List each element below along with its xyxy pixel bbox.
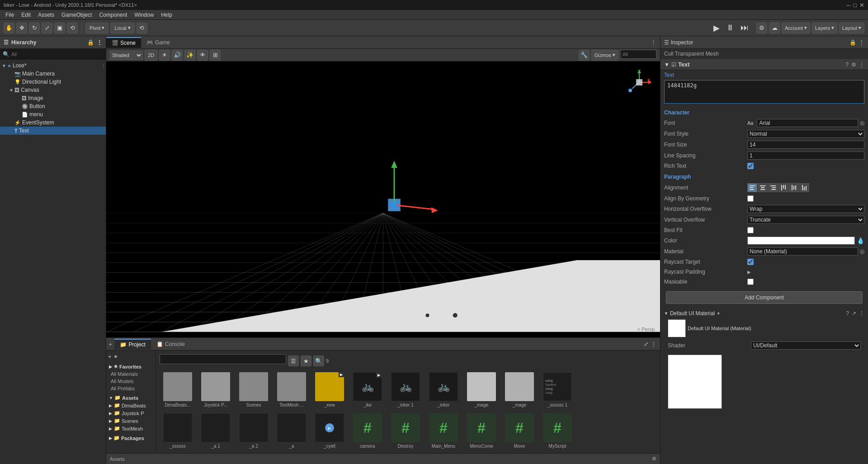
scene-tool-btn[interactable]: 🔧 (579, 50, 590, 61)
asset-main-menu[interactable]: # Main_Menu (425, 412, 462, 451)
all-materials-item[interactable]: All Materials (108, 370, 154, 378)
all-prefabs-item[interactable]: All Prefabs (108, 385, 154, 392)
asset-a1[interactable]: _a 1 (198, 412, 234, 451)
tab-scene[interactable]: 🎬 Scene (106, 37, 141, 48)
gizmos-dropdown[interactable]: Gizmos ▾ (591, 50, 618, 61)
align-bottom-btn[interactable] (799, 183, 809, 192)
component-settings-icon[interactable]: ⚙ (851, 62, 856, 68)
assets-filter-btn[interactable]: 🔍 (313, 355, 324, 366)
tool-move[interactable]: ✥ (16, 23, 27, 33)
scene-effects-toggle[interactable]: ✨ (184, 50, 195, 61)
tree-item-image[interactable]: ▶ 🖼 Image (0, 94, 106, 102)
tab-game[interactable]: 🎮 Game (141, 38, 175, 47)
tool-rect[interactable]: ▣ (54, 23, 65, 33)
menu-component[interactable]: Component (95, 11, 131, 19)
lose-context-icon[interactable]: ⋮ (101, 63, 106, 68)
scene-audio-toggle[interactable]: 🔊 (172, 50, 183, 61)
material-help-icon[interactable]: ? (846, 310, 849, 317)
rich-text-checkbox[interactable] (747, 163, 754, 169)
font-size-input[interactable] (747, 141, 864, 149)
hierarchy-lock-icon[interactable]: 🔒 (87, 39, 94, 46)
font-style-select[interactable]: Normal Bold Italic Bold Italic (747, 130, 864, 138)
assets-search-input[interactable] (160, 354, 286, 364)
2d-toggle[interactable]: 2D (145, 50, 157, 61)
bottom-expand-icon[interactable]: ⤢ (644, 341, 648, 347)
folder-joystick[interactable]: ▶ 📁 Joystick P (108, 409, 154, 417)
asset-mage2[interactable]: _mage (501, 370, 538, 410)
add-component-button[interactable]: Add Component (666, 291, 863, 304)
material-input[interactable] (747, 247, 858, 256)
window-controls[interactable]: ─ □ ✕ (846, 2, 864, 9)
pivot-btn[interactable]: Pivot ▾ (85, 23, 108, 33)
layout-dropdown[interactable]: Layout ▾ (839, 23, 864, 33)
menu-file[interactable]: File (2, 11, 18, 19)
maximize-btn[interactable]: □ (853, 2, 857, 9)
asset-joystick-folder[interactable]: Joystick P... (198, 370, 234, 410)
asset-textmesh-folder[interactable]: TextMesh ... (274, 370, 310, 410)
asset-sssss1[interactable]: using System; using Unity _ssssss 1 (539, 370, 576, 410)
menu-window[interactable]: Window (131, 11, 157, 19)
component-checkbox[interactable]: ☑ (671, 62, 676, 68)
color-eyedropper-icon[interactable]: 💧 (857, 237, 864, 244)
packages-header[interactable]: ▶ 📁 Packages (108, 434, 154, 442)
component-menu-icon[interactable]: ⋮ (859, 62, 864, 68)
asset-camera[interactable]: # camera (349, 412, 386, 451)
menu-assets[interactable]: Assets (34, 11, 58, 19)
line-spacing-input[interactable] (747, 152, 864, 160)
align-middle-btn[interactable] (789, 183, 799, 192)
layers-dropdown[interactable]: Layers ▾ (812, 23, 837, 33)
assets-star-btn[interactable]: ★ (301, 355, 311, 366)
asset-ike[interactable]: ▶ 🚲 _ike (349, 370, 386, 410)
scene-search-input[interactable] (620, 50, 656, 59)
asset-a2[interactable]: _a 2 (236, 412, 272, 451)
asset-scenes-folder[interactable]: Scenes (236, 370, 272, 410)
tree-item-directional-light[interactable]: ▶ 💡 Directional Light (0, 78, 106, 86)
tree-item-event-system[interactable]: ▶ ⚡ EventSystem (0, 118, 106, 127)
step-button[interactable]: ⏭ (738, 23, 751, 33)
project-settings-icon[interactable]: ⚙ (652, 456, 656, 462)
asset-move[interactable]: # Move (501, 412, 538, 451)
material-target-icon[interactable]: ◎ (860, 248, 864, 255)
material-menu-icon[interactable]: ⋮ (859, 310, 864, 317)
font-input[interactable] (757, 119, 858, 127)
align-top-btn[interactable] (778, 183, 788, 192)
align-left-btn[interactable] (747, 183, 757, 192)
maskable-checkbox[interactable] (747, 279, 754, 285)
tree-item-canvas[interactable]: ▼ 🖼 Canvas (0, 86, 106, 94)
tab-console[interactable]: 📋 Console (151, 339, 190, 349)
favorites-star-icon[interactable]: ★ (113, 354, 118, 360)
close-btn[interactable]: ✕ (859, 2, 864, 9)
scene-light-toggle[interactable]: ☀ (159, 50, 170, 61)
pause-button[interactable]: ⏸ (724, 23, 736, 33)
add-tab-btn[interactable]: + (106, 341, 114, 347)
scene-grid-toggle[interactable]: ⊞ (210, 50, 221, 61)
asset-destroy[interactable]: # Destroy (387, 412, 424, 451)
inspector-menu-icon[interactable]: ⋮ (859, 39, 864, 46)
best-fit-checkbox[interactable] (747, 227, 754, 233)
tree-item-text[interactable]: ▶ T Text (0, 127, 106, 135)
tree-item-menu[interactable]: ▶ 📄 menu (0, 110, 106, 118)
horizontal-overflow-select[interactable]: Wrap Overflow (747, 205, 864, 213)
tree-item-lose[interactable]: ▼ ★ Lose* ⋮ (0, 62, 106, 70)
asset-myscript[interactable]: # MyScript (539, 412, 576, 451)
tool-hand[interactable]: ✋ (4, 23, 14, 33)
tool-transform[interactable]: ⟲ (67, 23, 78, 33)
material-goto-icon[interactable]: ↗ (852, 310, 856, 317)
menu-edit[interactable]: Edit (18, 11, 34, 19)
text-component-header[interactable]: ▼ ☑ Text ? ⚙ ⋮ (660, 59, 868, 70)
scene-hidden-toggle[interactable]: 👁 (197, 50, 208, 61)
extra-tool-btn[interactable]: ⟲ (137, 23, 147, 33)
text-value-input[interactable]: 14841182g (664, 80, 864, 104)
inspector-lock-icon[interactable]: 🔒 (849, 39, 856, 46)
align-center-btn[interactable] (758, 183, 768, 192)
hierarchy-menu-icon[interactable]: ⋮ (97, 39, 102, 46)
align-right-btn[interactable] (768, 183, 778, 192)
add-asset-icon[interactable]: + (108, 353, 112, 360)
align-by-geometry-checkbox[interactable] (747, 195, 754, 202)
asset-inker1[interactable]: 🚲 _inker 1 (387, 370, 424, 410)
raycast-padding-arrow[interactable]: ▶ (747, 270, 751, 275)
folder-scenes[interactable]: ▶ 📁 Scenes (108, 417, 154, 425)
tool-scale[interactable]: ⤢ (42, 23, 52, 33)
all-models-item[interactable]: All Models (108, 378, 154, 385)
collab-icon[interactable]: ⚙ (756, 23, 767, 33)
